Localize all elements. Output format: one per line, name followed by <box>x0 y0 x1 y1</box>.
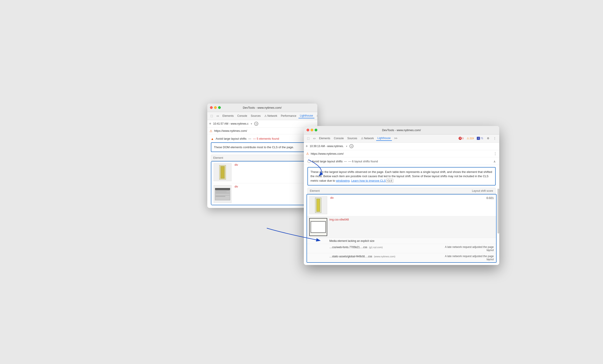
devtools-front-window: DevTools - www.nytimes.com/ ⬚ ▭ Elements… <box>304 126 499 265</box>
front-row1-tag: div <box>330 196 334 199</box>
back-element-rows: div <box>211 161 314 205</box>
performance-tab[interactable]: Performance <box>280 114 298 118</box>
inspect-icon-btn[interactable]: ⬚ <box>209 114 214 118</box>
front-security-icon: ⚠ <box>306 152 309 155</box>
close-button[interactable] <box>210 106 213 109</box>
front-file2-desc: A late network request adjusted the page… <box>444 255 494 261</box>
circle-radio-icon <box>307 160 311 163</box>
front-maximize-button[interactable] <box>315 129 317 131</box>
front-more-btn[interactable]: ⋮ <box>492 136 498 141</box>
front-column-element: Element <box>310 189 320 193</box>
front-sources-tab[interactable]: Sources <box>346 136 359 141</box>
front-domain1: (g1.nyt.com) <box>369 246 383 249</box>
front-chevron-down-icon[interactable]: ▼ <box>345 145 348 148</box>
back-element-row-1: div <box>211 161 313 183</box>
back-row2-tag: div <box>235 185 238 188</box>
front-audit-row: Avoid large layout shifts — — 6 layout s… <box>304 157 499 165</box>
back-table-header: Element <box>211 155 314 161</box>
console-tab[interactable]: Console <box>236 114 249 118</box>
back-description-text: These DOM elements contribute most to th… <box>214 146 294 149</box>
front-thumb-2 <box>309 218 327 236</box>
back-urlbar: ⚠ https://www.nytimes.com/ <box>207 128 317 134</box>
front-file1: …css/web-fonts.7705b21….css <box>329 246 367 249</box>
front-traffic-lights <box>307 129 317 131</box>
front-url: https://www.nytimes.com/ <box>311 152 344 155</box>
network-tab[interactable]: ⚠ Network <box>263 114 279 118</box>
front-device-icon-btn[interactable]: ▭ <box>312 136 317 141</box>
minimize-button[interactable] <box>214 106 217 109</box>
back-audit-content: ▲ Avoid large layout shifts — — 5 elemen… <box>207 134 317 208</box>
back-window-title: DevTools - www.nytimes.com/ <box>243 106 282 109</box>
back-column-element: Element <box>213 156 223 159</box>
cls-badge: CLS <box>386 179 393 183</box>
front-subrow-file1: …css/web-fonts.7705b21….css (g1.nyt.com)… <box>307 244 496 253</box>
back-element-row-2: div <box>211 183 313 205</box>
back-titlebar: DevTools - www.nytimes.com/ <box>207 103 317 112</box>
back-audit-title: Avoid large layout shifts <box>216 137 246 140</box>
front-settings-btn[interactable]: ⚙ <box>486 136 491 141</box>
front-row1-main: div 0.021 <box>307 194 496 216</box>
more-tabs-btn[interactable]: >> <box>315 114 317 118</box>
front-column-score: Layout shift score <box>472 189 493 193</box>
front-url-more-btn[interactable]: ⋮ <box>493 152 497 156</box>
learn-cls-link[interactable]: Learn how to improve CLS <box>351 179 386 182</box>
front-desc-period: . <box>350 179 351 182</box>
front-info-badge: i 75 <box>476 136 484 140</box>
front-urlbar: ⚠ https://www.nytimes.com/ ⋮ <box>304 150 499 157</box>
front-audit-content: Avoid large layout shifts — — 6 layout s… <box>304 157 499 265</box>
front-warning-icon: ⚠ <box>361 137 363 140</box>
front-window-title: DevTools - www.nytimes.com/ <box>382 128 421 132</box>
front-error-icon: ✕ <box>459 137 462 140</box>
device-icon-btn[interactable]: ▭ <box>215 114 220 118</box>
maximize-button[interactable] <box>218 106 221 109</box>
front-media-desc: Media element lacking an explicit size <box>329 239 494 242</box>
front-timestamp: 10:39:13 AM - www.nytimes. <box>310 145 344 148</box>
back-row1-tag: div <box>235 163 238 166</box>
front-console-tab[interactable]: Console <box>333 136 345 141</box>
front-element-rows: div 0.021 img.css-o9w048 <box>307 194 497 263</box>
front-close-button[interactable] <box>307 129 309 131</box>
front-network-tab[interactable]: ⚠ Network <box>359 136 375 141</box>
front-elements-tab[interactable]: Elements <box>318 136 332 141</box>
front-file1-desc: A late network request adjusted the page… <box>444 245 494 252</box>
collapse-btn[interactable]: ∧ <box>493 160 496 163</box>
front-warn-badge: ⚠ 219 <box>466 136 475 140</box>
windowing-link[interactable]: windowing <box>336 179 350 182</box>
front-new-tab-btn[interactable]: + <box>306 144 308 149</box>
warn-triangle-icon: ▲ <box>211 137 214 141</box>
back-audit-header: ▲ Avoid large layout shifts — — 5 elemen… <box>211 137 314 141</box>
lighthouse-tab[interactable]: Lighthouse <box>299 114 314 118</box>
back-url: https://www.nytimes.com/ <box>214 129 247 133</box>
front-element-row-2: img.css-o9w048 Media element lacking an … <box>307 216 496 262</box>
devtools-back-window: DevTools - www.nytimes.com/ ⬚ ▭ Elements… <box>207 103 317 208</box>
front-error-badge: ✕ 3 <box>458 136 464 140</box>
front-toolbar: ⬚ ▭ Elements Console Sources ⚠ Network L… <box>304 135 499 143</box>
front-minimize-button[interactable] <box>311 129 313 131</box>
sources-tab[interactable]: Sources <box>250 114 262 118</box>
front-subrow-media: Media element lacking an explicit size <box>307 238 496 244</box>
front-file2: …static-assets/global-f449cfd….css <box>329 255 372 258</box>
front-more-tabs-btn[interactable]: >> <box>393 136 399 141</box>
front-lighthouse-tab[interactable]: Lighthouse <box>376 136 392 141</box>
front-stop-btn[interactable]: ⊘ <box>349 144 353 148</box>
front-titlebar: DevTools - www.nytimes.com/ <box>304 126 499 135</box>
stop-btn[interactable]: ⊘ <box>254 122 258 126</box>
back-timestamp: 10:41:57 AM - www.nytimes.c <box>213 122 248 125</box>
chevron-down-icon[interactable]: ▼ <box>250 123 252 125</box>
front-element-row-1: div 0.021 <box>307 194 496 216</box>
front-table-header: Element Layout shift score <box>307 188 496 194</box>
front-thumb-1 <box>309 196 327 214</box>
back-thumb-1 <box>214 163 232 181</box>
front-description-box: These are the largest layout shifts obse… <box>307 167 496 186</box>
warning-icon: ⚠ <box>264 114 267 117</box>
front-subrow-file2: …static-assets/global-f449cfd….css (www.… <box>307 253 496 262</box>
elements-tab[interactable]: Elements <box>221 114 235 118</box>
back-toolbar: ⬚ ▭ Elements Console Sources ⚠ Network P… <box>207 112 317 120</box>
front-addressbar: + 10:39:13 AM - www.nytimes. ▼ ⊘ <box>304 143 499 150</box>
new-tab-btn[interactable]: + <box>209 122 211 126</box>
traffic-lights <box>210 106 221 109</box>
front-row2-tag: img.css-o9w048 <box>329 218 349 221</box>
scrollbar[interactable] <box>498 189 499 234</box>
front-inspect-icon-btn[interactable]: ⬚ <box>306 136 311 141</box>
back-row2-main: div <box>211 183 313 205</box>
